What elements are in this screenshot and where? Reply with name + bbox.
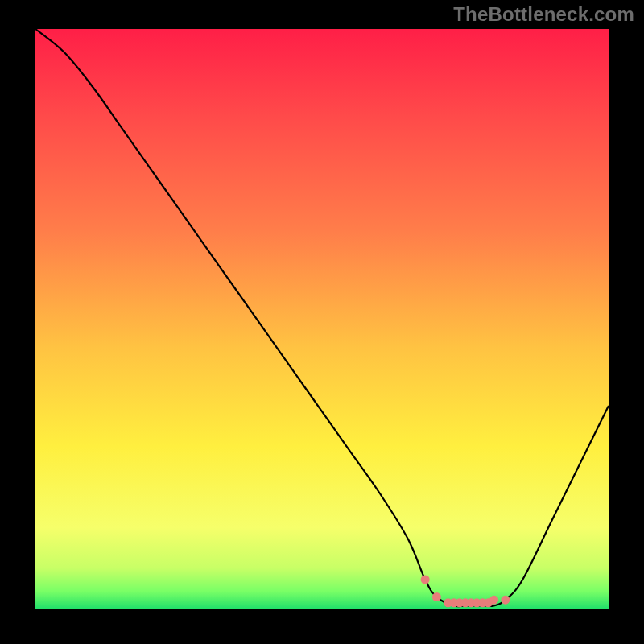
chart-frame: TheBottleneck.com: [0, 0, 644, 644]
highlight-dot: [489, 596, 498, 605]
highlight-dot: [421, 576, 430, 584]
watermark-label: TheBottleneck.com: [453, 3, 634, 26]
plot-background: [35, 29, 609, 609]
highlight-dot: [432, 592, 441, 601]
bottleneck-chart: [0, 0, 644, 644]
highlight-dot: [501, 596, 510, 605]
